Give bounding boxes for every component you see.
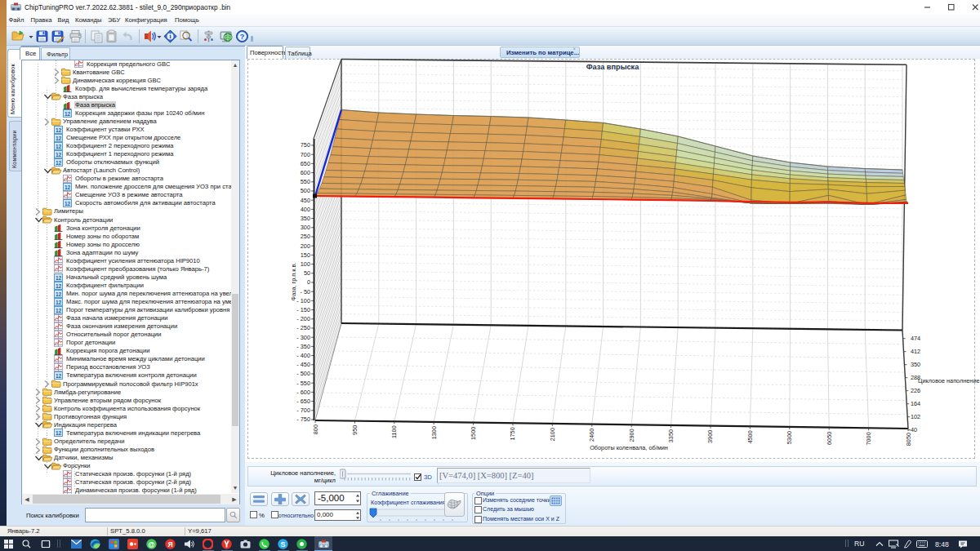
svg-text:102: 102 (911, 413, 920, 420)
svg-text:50: 50 (304, 269, 310, 277)
svg-text:700: 700 (301, 151, 310, 158)
svg-text:- 450: - 450 (296, 361, 310, 368)
svg-text:Фаза впрыска: Фаза впрыска (586, 63, 640, 71)
svg-text:0: 0 (307, 278, 310, 286)
svg-text:Цикловое наполнение,: Цикловое наполнение, (918, 377, 980, 384)
svg-text:- 500: - 500 (296, 370, 310, 377)
svg-text:1750: 1750 (510, 427, 517, 440)
svg-text:- 700: - 700 (296, 407, 310, 414)
svg-text:5300: 5300 (786, 431, 793, 444)
svg-text:350: 350 (911, 361, 920, 368)
svg-text:- 650: - 650 (296, 398, 310, 405)
svg-text:- 100: - 100 (296, 297, 310, 304)
svg-text:650: 650 (301, 160, 310, 167)
svg-text:Обороты коленвала, об/мин: Обороты коленвала, об/мин (590, 444, 668, 451)
svg-text:150: 150 (301, 251, 310, 259)
svg-text:2900: 2900 (628, 429, 635, 442)
svg-text:- 750: - 750 (296, 415, 310, 423)
svg-text:6050: 6050 (826, 432, 833, 445)
svg-text:200: 200 (301, 242, 310, 250)
svg-text:600: 600 (301, 169, 310, 176)
svg-text:2460: 2460 (588, 429, 595, 442)
svg-text:550: 550 (301, 178, 310, 185)
svg-text:- 400: - 400 (296, 352, 310, 359)
svg-text:2100: 2100 (549, 428, 556, 441)
svg-text:950: 950 (351, 425, 359, 435)
svg-text:226: 226 (911, 387, 920, 394)
svg-text:500: 500 (301, 187, 310, 194)
svg-text:- 600: - 600 (296, 389, 310, 396)
svg-text:400: 400 (301, 206, 310, 213)
svg-text:- 200: - 200 (296, 315, 310, 322)
svg-text:4500: 4500 (746, 430, 754, 443)
svg-text:Я: Я (167, 540, 172, 549)
svg-text:- 550: - 550 (296, 380, 310, 387)
svg-text:474: 474 (911, 335, 920, 342)
svg-text:i: i (169, 33, 171, 40)
svg-text:@: @ (148, 540, 154, 549)
svg-text:?: ? (240, 33, 245, 41)
svg-text:S: S (280, 540, 285, 549)
svg-text:450: 450 (301, 197, 310, 204)
svg-text:- 350: - 350 (296, 343, 310, 350)
svg-text:300: 300 (301, 224, 310, 231)
svg-text:8050: 8050 (905, 433, 912, 446)
svg-text:164: 164 (911, 400, 920, 407)
svg-text:- 150: - 150 (296, 306, 310, 313)
svg-text:40: 40 (911, 426, 917, 433)
svg-text:Фаза, гр.п.к.в.: Фаза, гр.п.к.в. (290, 263, 297, 301)
svg-text:3350: 3350 (667, 429, 675, 442)
svg-text:800: 800 (312, 424, 319, 434)
svg-text:1500: 1500 (470, 427, 477, 440)
svg-text:1300: 1300 (430, 426, 438, 439)
svg-text:1100: 1100 (390, 425, 398, 438)
svg-text:3900: 3900 (707, 430, 715, 443)
svg-text:350: 350 (301, 215, 310, 222)
svg-text:250: 250 (301, 233, 310, 240)
svg-text:750: 750 (301, 141, 310, 149)
svg-text:- 50: - 50 (300, 288, 310, 295)
svg-text:7000: 7000 (865, 432, 872, 445)
svg-text:100: 100 (301, 260, 310, 268)
svg-text:- 250: - 250 (296, 324, 310, 331)
svg-text:- 300: - 300 (296, 334, 310, 341)
svg-text:412: 412 (911, 348, 920, 355)
